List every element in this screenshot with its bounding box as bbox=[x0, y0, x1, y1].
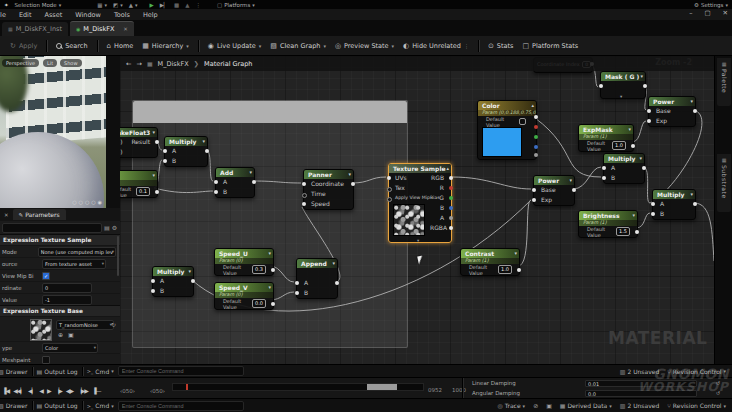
input-pin[interactable] bbox=[151, 279, 155, 283]
r-output-pin[interactable] bbox=[534, 125, 538, 129]
node-scalar-parameter[interactable]: ▾ Default Value 0.1 bbox=[120, 170, 158, 198]
node-panner[interactable]: Panner▾ Coordinate Time Speed bbox=[303, 169, 354, 210]
output-log-button[interactable]: ▤Output Log bbox=[33, 368, 82, 375]
meshpaint-checkbox[interactable] bbox=[42, 356, 50, 364]
node-contrast-parameter[interactable]: Contrast▾ Param (1) Default Value 1.0 bbox=[460, 248, 520, 276]
step-back-frame-button[interactable]: ◀◀▏ bbox=[13, 387, 24, 394]
input-pin[interactable] bbox=[602, 166, 606, 170]
node-color-parameter[interactable]: Color▴ Param (0,0.188,0.75,0) Default Va… bbox=[477, 100, 537, 160]
reset-property-icon[interactable]: ↺ bbox=[716, 380, 720, 386]
skip-button[interactable]: ▶▏ bbox=[160, 2, 168, 8]
input-pin[interactable] bbox=[151, 289, 155, 293]
sampler-type-dropdown[interactable]: Color▾ bbox=[42, 343, 98, 353]
input-pin[interactable] bbox=[214, 190, 218, 194]
default-value-box[interactable]: 1.0 bbox=[612, 141, 626, 150]
output-pin[interactable] bbox=[642, 166, 646, 170]
copy-icon[interactable]: ▤ bbox=[104, 224, 110, 231]
input-pin[interactable] bbox=[651, 202, 655, 206]
collapse-chevron-icon[interactable]: ▾ bbox=[417, 238, 419, 243]
show-dropdown[interactable]: Show bbox=[60, 59, 82, 67]
add-content-dropdown[interactable]: ▦▾ bbox=[97, 2, 107, 8]
menu-help[interactable]: Help bbox=[142, 11, 159, 19]
input-pin[interactable] bbox=[532, 188, 536, 192]
step-forward-frame-button[interactable]: ◀▶ bbox=[66, 387, 73, 394]
preview-state-dropdown[interactable]: ◎Preview State▾ bbox=[335, 42, 394, 50]
status-icon-button[interactable]: ⊘ bbox=[529, 402, 542, 409]
play-reverse-button[interactable]: ◀ bbox=[39, 387, 43, 394]
menu-window[interactable]: Window bbox=[74, 11, 102, 19]
default-value-box[interactable]: 1.5 bbox=[616, 227, 630, 236]
output-pin[interactable] bbox=[693, 109, 697, 113]
output-log-button[interactable]: ▤Output Log bbox=[33, 402, 82, 409]
material-graph-canvas[interactable]: MATERIAL bbox=[120, 56, 714, 364]
input-pin[interactable] bbox=[163, 149, 167, 153]
input-pin[interactable] bbox=[302, 182, 306, 186]
tab-parameters[interactable]: ✎ Parameters bbox=[13, 209, 66, 220]
rgba-output-pin[interactable] bbox=[449, 226, 453, 230]
search-input[interactable] bbox=[2, 223, 102, 233]
input-pin[interactable] bbox=[532, 198, 536, 202]
output-pin[interactable] bbox=[271, 268, 275, 272]
b-output-pin[interactable] bbox=[534, 145, 538, 149]
next-key-button[interactable]: ▕▶ bbox=[55, 387, 62, 394]
platform-stats-button[interactable]: □Platform Stats bbox=[522, 42, 578, 50]
node-add[interactable]: Add▾ A B bbox=[215, 167, 255, 198]
output-pin[interactable] bbox=[517, 268, 521, 272]
node-makefloat3[interactable]: MakeFloat3▾ (S) Result (S) bbox=[120, 127, 158, 158]
platforms-dropdown[interactable]: ▢ Platforms ▾ bbox=[217, 2, 255, 8]
minimize-button[interactable]: – bbox=[689, 9, 692, 17]
menu-file[interactable]: File bbox=[0, 11, 7, 19]
tex-input-pin[interactable] bbox=[387, 187, 392, 192]
content-drawer-button[interactable]: ▧Drawer bbox=[0, 368, 32, 375]
revision-control-button[interactable]: ⑂Revision Control▾ bbox=[663, 368, 730, 375]
stop-button[interactable]: ■ bbox=[174, 2, 179, 8]
unsaved-button[interactable]: ▥2 Unsaved bbox=[616, 402, 663, 409]
hide-unrelated-dropdown[interactable]: ◐Hide Unrelated⋮ bbox=[403, 42, 469, 50]
output-pin[interactable] bbox=[635, 230, 639, 234]
mip-mode-dropdown[interactable]: None (use computed mip lev▾ bbox=[38, 247, 116, 257]
input-pin[interactable] bbox=[647, 109, 651, 113]
nav-forward-button[interactable]: → bbox=[136, 60, 141, 68]
loop-button[interactable]: ▐— bbox=[92, 387, 101, 394]
timeline-scrubber-handle[interactable] bbox=[367, 384, 397, 390]
perspective-dropdown[interactable]: Perspective bbox=[2, 59, 39, 67]
maximize-button[interactable]: ▢ bbox=[704, 9, 710, 17]
output-pin[interactable] bbox=[205, 149, 209, 153]
default-color-swatch[interactable] bbox=[519, 118, 526, 125]
breadcrumb-asset[interactable]: M_DiskFX bbox=[158, 60, 189, 68]
color-preview-swatch[interactable] bbox=[482, 127, 522, 157]
output-pin[interactable] bbox=[271, 302, 275, 306]
search-button[interactable]: Search bbox=[56, 42, 87, 50]
reset-icon[interactable]: ↻ bbox=[111, 321, 116, 328]
input-pin[interactable] bbox=[295, 281, 299, 285]
selection-mode-dropdown[interactable]: Selection Mode ▾ bbox=[15, 2, 62, 8]
input-pin[interactable] bbox=[214, 180, 218, 184]
default-value-box[interactable]: 0.3 bbox=[252, 265, 266, 274]
output-pin[interactable] bbox=[693, 202, 697, 206]
node-multiply[interactable]: Multiply▾ A B bbox=[603, 153, 645, 184]
preview-viewport[interactable]: Perspective Lit Show ○○○○◉ bbox=[0, 56, 120, 208]
play-options-icon[interactable]: ⋮ bbox=[196, 2, 202, 8]
sampler-source-dropdown[interactable]: From texture asset▾ bbox=[42, 259, 106, 269]
home-button[interactable]: ⌂Home bbox=[107, 42, 134, 50]
texture-asset-dropdown[interactable]: T_randomNoise▾ bbox=[56, 320, 114, 330]
input-pin[interactable] bbox=[302, 193, 307, 198]
status-icon-button[interactable]: ▣ bbox=[542, 402, 556, 409]
breadcrumb-page[interactable]: Material Graph bbox=[204, 60, 252, 68]
settings-dropdown[interactable]: ⚙ Settings ▾ bbox=[694, 2, 728, 8]
output-pin[interactable] bbox=[191, 279, 195, 283]
node-append[interactable]: Append▾ A B bbox=[296, 258, 338, 299]
menu-tools[interactable]: Tools bbox=[113, 11, 131, 19]
stats-button[interactable]: ⊙Stats bbox=[488, 42, 513, 50]
node-multiply[interactable]: Multiply▾ A B bbox=[152, 266, 194, 297]
node-speed-u-parameter[interactable]: Speed_U▾ Param (0) Default Value 0.3 bbox=[214, 248, 274, 276]
eject-button[interactable]: ▲ bbox=[185, 2, 189, 8]
node-speed-v-parameter[interactable]: Speed_V▾ Param (0) Default Value 0.0 bbox=[214, 282, 274, 310]
input-pin[interactable] bbox=[302, 202, 306, 206]
input-pin[interactable] bbox=[295, 291, 299, 295]
menu-edit[interactable]: Edit bbox=[18, 11, 33, 19]
revision-control-button[interactable]: ⑂Revision Control▾ bbox=[663, 402, 730, 409]
angular-damping-input[interactable]: 0.0 bbox=[585, 390, 697, 397]
input-pin[interactable] bbox=[647, 119, 651, 123]
texture-thumbnail[interactable] bbox=[30, 319, 52, 341]
